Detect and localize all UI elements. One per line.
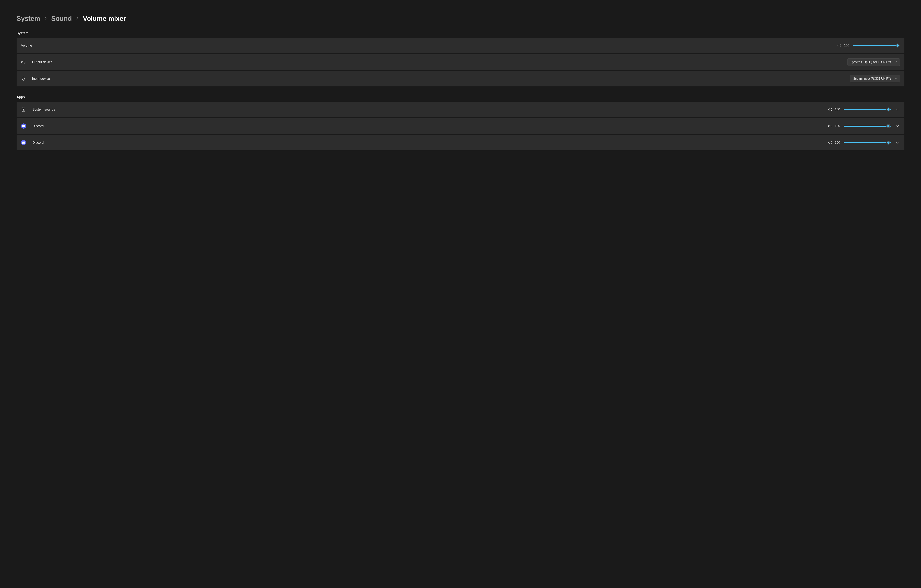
system-volume-row: Volume 100 [16,38,905,53]
speaker-icon[interactable] [828,141,832,145]
svg-point-6 [23,110,24,111]
chevron-right-icon [45,16,47,21]
speaker-device-icon [21,107,26,112]
chevron-down-icon [895,60,897,64]
speaker-icon[interactable] [837,44,841,47]
speaker-icon[interactable] [828,124,832,128]
app-label: Discord [33,141,44,145]
speaker-icon [21,60,26,65]
output-device-label: Output device [32,60,52,64]
volume-value: 100 [844,44,850,47]
microphone-icon [21,76,26,81]
volume-value: 100 [835,108,841,111]
svg-marker-1 [21,61,23,64]
output-device-selected: System Output (RØDE UNIFY) [851,60,891,64]
breadcrumb: System Sound Volume mixer [16,15,905,23]
svg-point-4 [23,108,24,109]
app-label: System sounds [33,108,55,111]
breadcrumb-sound[interactable]: Sound [51,15,72,23]
chevron-down-icon [895,77,897,80]
app-label: Discord [33,124,44,128]
volume-label: Volume [21,44,32,47]
chevron-right-icon [76,16,78,21]
discord-icon [21,124,26,129]
output-device-row: Output device System Output (RØDE UNIFY) [16,54,905,70]
app-volume-slider[interactable] [844,108,891,111]
breadcrumb-current: Volume mixer [83,15,126,23]
svg-marker-8 [828,125,830,127]
section-header-apps: Apps [16,95,905,99]
output-device-dropdown[interactable]: System Output (RØDE UNIFY) [847,59,900,66]
input-device-label: Input device [32,77,50,81]
svg-marker-0 [838,44,839,47]
volume-value: 100 [835,124,841,128]
input-device-dropdown[interactable]: Stream Input (RØDE UNIFY) [850,75,900,82]
app-volume-slider[interactable] [844,141,891,145]
volume-value: 100 [835,141,841,145]
expand-button[interactable] [895,124,900,129]
app-volume-slider[interactable] [844,124,891,128]
expand-button[interactable] [895,107,900,112]
breadcrumb-system[interactable]: System [16,15,40,23]
speaker-icon[interactable] [828,108,832,111]
svg-marker-9 [828,142,830,144]
app-row-system-sounds: System sounds 100 [16,102,905,117]
discord-icon [21,140,26,145]
section-header-system: System [16,31,905,35]
app-row-discord: Discord 100 [16,118,905,134]
volume-slider[interactable] [853,44,900,47]
input-device-selected: Stream Input (RØDE UNIFY) [853,77,891,80]
app-row-discord: Discord 100 [16,135,905,150]
expand-button[interactable] [895,140,900,145]
svg-marker-7 [828,108,830,111]
input-device-row: Input device Stream Input (RØDE UNIFY) [16,71,905,86]
